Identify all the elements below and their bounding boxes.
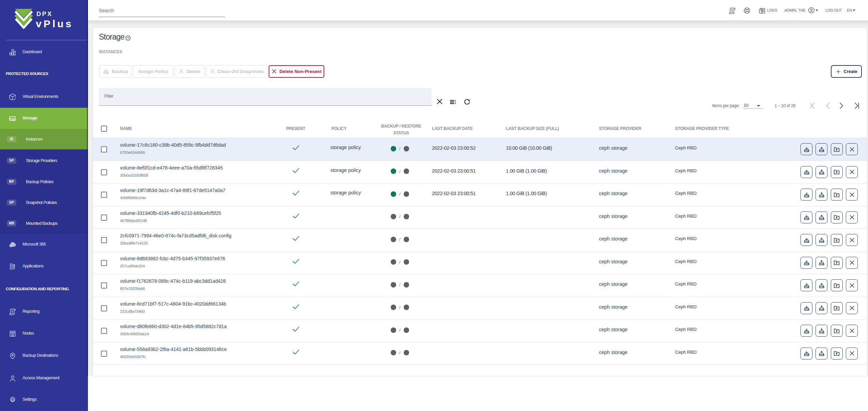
svg-text:vPlus: vPlus — [36, 18, 73, 29]
svg-text:?: ? — [127, 36, 129, 40]
svg-text:DPX: DPX — [36, 11, 53, 17]
